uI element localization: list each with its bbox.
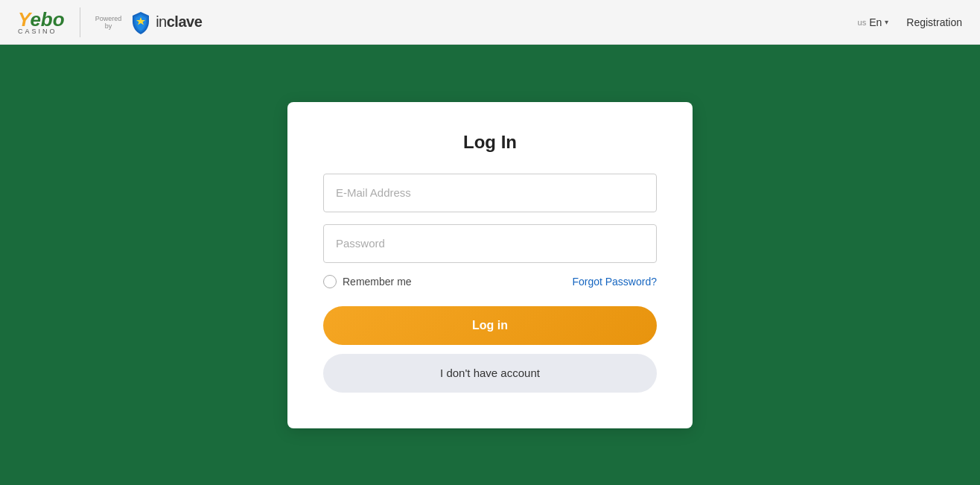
email-input[interactable]	[323, 174, 657, 212]
email-field-group	[323, 174, 657, 212]
yebo-logo: Yebo CASINO	[18, 10, 65, 35]
password-input[interactable]	[323, 224, 657, 263]
powered-by-section: Poweredby	[95, 15, 122, 30]
header-right: us En ▾ Registration	[858, 16, 962, 28]
forgot-password-link[interactable]: Forgot Password?	[572, 276, 657, 288]
remember-me-checkbox[interactable]	[323, 275, 337, 288]
login-title: Log In	[323, 132, 657, 153]
password-field-group	[323, 224, 657, 263]
lang-en-label: En	[869, 16, 882, 28]
powered-by-text: Poweredby	[95, 15, 122, 30]
remember-me-text: Remember me	[343, 276, 412, 288]
yebo-text: Yebo	[18, 10, 65, 29]
lang-caret-icon: ▾	[885, 18, 888, 26]
inclave-name-text: inclave	[156, 13, 202, 31]
inclave-shield-icon	[130, 10, 151, 34]
inclave-logo: inclave	[130, 10, 202, 34]
logo-divider	[80, 7, 80, 37]
registration-button[interactable]: Registration	[906, 16, 962, 28]
remember-me-label[interactable]: Remember me	[323, 275, 412, 288]
header: Yebo CASINO Poweredby inclave us	[0, 0, 980, 45]
header-left: Yebo CASINO Poweredby inclave	[18, 7, 202, 37]
login-button[interactable]: Log in	[323, 306, 657, 345]
main-content: Log In Remember me Forgot Password? Log …	[0, 45, 980, 485]
casino-text: CASINO	[18, 28, 57, 35]
form-options: Remember me Forgot Password?	[323, 275, 657, 288]
lang-us-label: us	[858, 18, 867, 27]
no-account-button[interactable]: I don't have account	[323, 354, 657, 393]
login-card: Log In Remember me Forgot Password? Log …	[287, 102, 693, 428]
language-selector[interactable]: us En ▾	[858, 16, 889, 28]
